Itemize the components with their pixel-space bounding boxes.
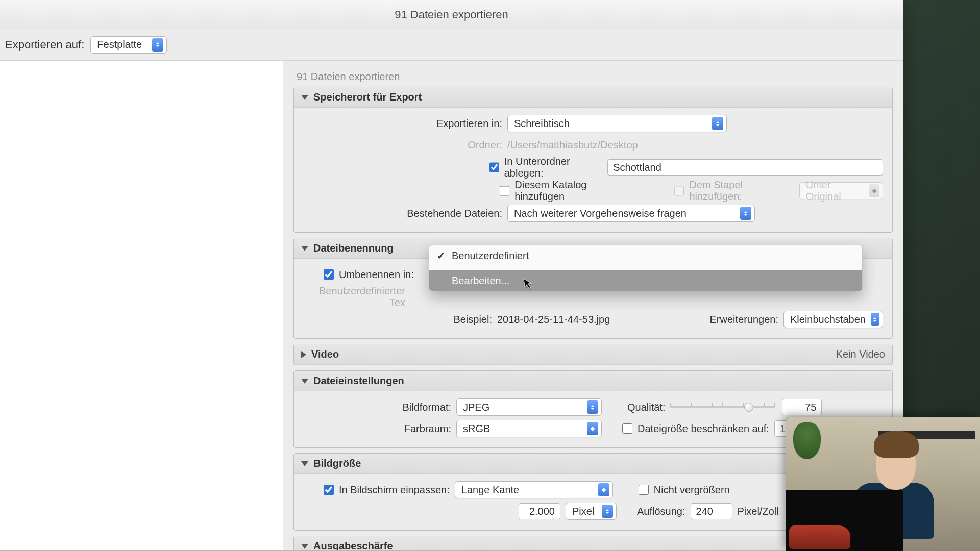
popup-separator: [429, 268, 862, 268]
panel-head-filesettings[interactable]: Dateieinstellungen: [294, 371, 892, 391]
add-catalog-checkbox[interactable]: [500, 186, 509, 196]
disclosure-triangle-icon: [301, 351, 306, 358]
panel-title: Video: [311, 348, 339, 360]
dimension-input[interactable]: [519, 503, 560, 519]
popup-item-label: Bearbeiten...: [452, 275, 509, 287]
add-stack-select: Unter Original: [799, 182, 883, 199]
panel-title: Ausgabeschärfe: [313, 540, 393, 550]
colorspace-select[interactable]: sRGB: [456, 420, 602, 437]
disclosure-triangle-icon: [301, 544, 308, 549]
video-note: Kein Video: [836, 348, 885, 360]
subfolder-label: In Unterordner ablegen:: [504, 156, 603, 179]
quality-input[interactable]: [782, 399, 822, 415]
panel-title: Bildgröße: [313, 458, 361, 469]
fit-checkbox[interactable]: [324, 485, 334, 495]
panel-title: Dateieinstellungen: [313, 375, 404, 387]
popup-item-custom[interactable]: ✓ Benutzerdefiniert: [429, 245, 862, 266]
example-value: 2018-04-25-11-44-53.jpg: [497, 314, 610, 325]
rename-label: Umbenennen in:: [339, 269, 414, 281]
existing-files-value: Nach weiterer Vorgehensweise fragen: [514, 208, 687, 219]
export-in-label: Exportieren in:: [303, 118, 502, 130]
extension-label: Erweiterungen:: [709, 314, 778, 325]
fit-label: In Bildschirm einpassen:: [339, 484, 450, 496]
add-stack-value: Unter Original: [806, 179, 864, 203]
dimension-unit-select[interactable]: Pixel: [566, 503, 617, 520]
disclosure-triangle-icon: [301, 379, 308, 384]
format-select[interactable]: JPEG: [456, 398, 602, 416]
subfolder-input[interactable]: [607, 159, 883, 176]
disclosure-triangle-icon: [301, 246, 308, 251]
updown-icon: [598, 483, 609, 496]
disclosure-triangle-icon: [301, 95, 308, 100]
colorspace-label: Farbraum:: [303, 423, 451, 435]
export-toolbar: Exportieren auf: Festplatte: [0, 29, 903, 61]
limit-size-checkbox[interactable]: [622, 423, 632, 434]
panel-video: Video Kein Video: [293, 344, 893, 365]
updown-icon: [740, 207, 751, 220]
existing-files-select[interactable]: Nach weiterer Vorgehensweise fragen: [507, 205, 755, 222]
checkmark-icon: ✓: [436, 249, 446, 262]
updown-icon: [602, 505, 613, 518]
export-in-value: Schreibtisch: [514, 118, 570, 130]
format-value: JPEG: [463, 402, 489, 413]
export-to-value: Festplatte: [97, 39, 142, 51]
extension-value: Kleinbuchstaben: [790, 314, 866, 325]
updown-icon: [869, 184, 879, 197]
add-stack-label: Dem Stapel hinzufügen:: [689, 179, 794, 203]
quality-slider[interactable]: [670, 400, 775, 414]
webcam-overlay: [786, 417, 980, 551]
updown-icon: [712, 117, 723, 130]
rename-template-popup[interactable]: ✓ Benutzerdefiniert Bearbeiten...: [429, 245, 863, 291]
panel-export-location: Speicherort für Export Exportieren in: S…: [293, 87, 893, 233]
rename-checkbox[interactable]: [324, 269, 334, 280]
window-title: 91 Dateien exportieren: [0, 0, 903, 29]
panel-head-video[interactable]: Video Kein Video: [294, 344, 892, 365]
preset-sidebar[interactable]: [0, 61, 283, 550]
resolution-unit: Pixel/Zoll: [738, 506, 779, 517]
fit-value: Lange Kante: [461, 484, 519, 496]
custom-text-label: Benutzerdefinierter Tex: [303, 285, 405, 309]
panel-head-location[interactable]: Speicherort für Export: [294, 87, 892, 108]
disclosure-triangle-icon: [301, 461, 308, 466]
popup-item-edit[interactable]: Bearbeiten...: [429, 270, 862, 291]
colorspace-value: sRGB: [463, 423, 490, 435]
quality-label: Qualität:: [627, 402, 665, 413]
folder-label: Ordner:: [303, 139, 502, 151]
add-catalog-label: Diesem Katalog hinzufügen: [514, 179, 634, 203]
export-to-select[interactable]: Festplatte: [90, 36, 167, 54]
updown-icon: [587, 400, 598, 414]
slider-thumb-icon[interactable]: [744, 403, 753, 412]
popup-item-label: Benutzerdefiniert: [452, 250, 529, 262]
resolution-input[interactable]: [691, 503, 732, 519]
sub-header: 91 Dateien exportieren: [297, 71, 893, 83]
existing-label: Bestehende Dateien:: [303, 208, 502, 219]
dimension-unit-value: Pixel: [572, 506, 594, 517]
example-label: Beispiel:: [303, 314, 492, 325]
subfolder-checkbox[interactable]: [489, 162, 499, 172]
panel-title: Speicherort für Export: [313, 91, 422, 103]
export-in-select[interactable]: Schreibtisch: [507, 115, 727, 132]
add-stack-checkbox: [674, 186, 684, 196]
folder-path: /Users/matthiasbutz/Desktop: [507, 139, 638, 151]
updown-icon: [871, 313, 879, 326]
fit-select[interactable]: Lange Kante: [455, 481, 613, 498]
format-label: Bildformat:: [303, 402, 451, 413]
updown-icon: [152, 38, 163, 52]
panel-title: Dateibenennung: [313, 242, 394, 254]
updown-icon: [587, 422, 598, 435]
no-enlarge-checkbox[interactable]: [639, 485, 649, 495]
limit-size-label: Dateigröße beschränken auf:: [638, 423, 769, 435]
resolution-label: Auflösung:: [637, 506, 685, 517]
no-enlarge-label: Nicht vergrößern: [654, 484, 730, 496]
extension-select[interactable]: Kleinbuchstaben: [783, 311, 883, 328]
export-to-label: Exportieren auf:: [5, 38, 84, 52]
